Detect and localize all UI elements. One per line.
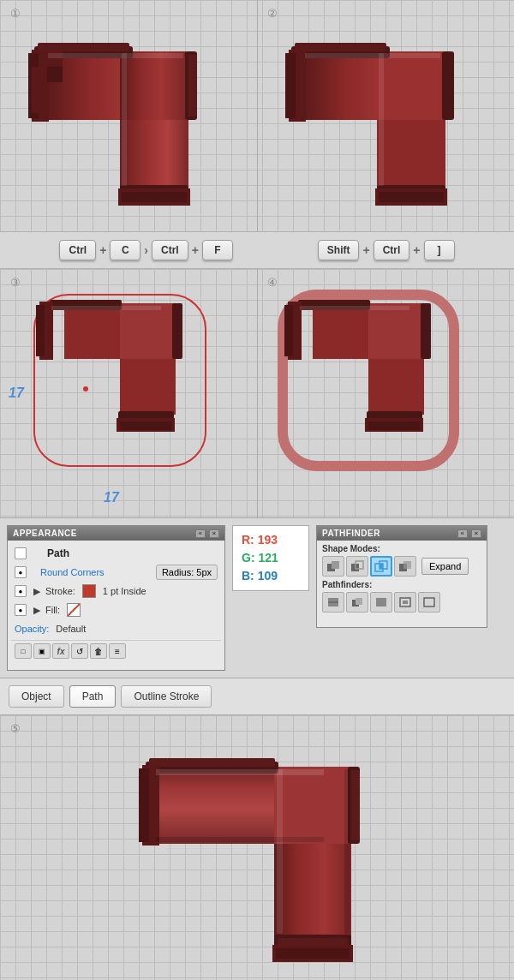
pipe-svg-3	[17, 278, 240, 505]
canvas-top: ① ②	[0, 0, 514, 231]
pipe-svg-5	[137, 732, 428, 972]
options-icon[interactable]: ≡	[109, 643, 126, 659]
stroke-label: Stroke:	[45, 586, 75, 596]
key-f[interactable]: F	[202, 240, 233, 260]
svg-rect-54	[368, 421, 420, 430]
rgb-r-value: R: 193	[242, 531, 300, 549]
svg-rect-69	[356, 598, 362, 605]
round-corners-visibility[interactable]: ●	[15, 566, 27, 578]
arrow-1: ›	[144, 243, 148, 257]
path-visibility-icon[interactable]	[15, 547, 27, 559]
fill-label: Fill:	[45, 605, 60, 615]
fill-visibility[interactable]: ●	[15, 604, 27, 616]
svg-rect-77	[274, 767, 351, 844]
pathfinders-label: Pathfinders:	[322, 580, 481, 589]
pf-outline-icon[interactable]	[418, 592, 440, 612]
clear-icon[interactable]: ↺	[71, 643, 88, 659]
shortcut-bar: Ctrl + C › Ctrl + F Shift + Ctrl + ]	[0, 231, 514, 269]
key-ctrl-3[interactable]: Ctrl	[374, 240, 410, 260]
svg-rect-36	[172, 303, 182, 359]
key-c[interactable]: C	[110, 240, 140, 260]
pf-merge-icon[interactable]	[370, 592, 392, 612]
outline-stroke-button[interactable]: Outline Stroke	[121, 685, 212, 708]
path-button[interactable]: Path	[69, 685, 117, 708]
path-row: Path	[11, 544, 221, 563]
shape-modes-label: Shape Modes:	[322, 544, 481, 553]
pf-minus-front-icon[interactable]	[346, 556, 368, 577]
pf-unite-icon[interactable]	[322, 556, 344, 577]
svg-rect-12	[122, 192, 187, 202]
appearance-panel: APPEARANCE « × Path ● Round Corners Radi…	[7, 525, 225, 671]
add-fill-icon[interactable]: ▣	[33, 643, 51, 659]
svg-rect-73	[403, 601, 408, 604]
svg-rect-22	[295, 43, 386, 51]
add-stroke-icon[interactable]: □	[15, 643, 32, 659]
appearance-toolbar: □ ▣ fx ↺ 🗑 ≡	[11, 640, 221, 661]
shape-modes-row: Expand	[322, 556, 481, 577]
pf-crop-icon[interactable]	[394, 592, 416, 612]
svg-rect-30	[379, 53, 384, 186]
pathfinder-close-btn[interactable]: ×	[471, 529, 481, 538]
svg-rect-57	[332, 561, 339, 569]
panels-row: APPEARANCE « × Path ● Round Corners Radi…	[0, 517, 514, 678]
svg-rect-34	[120, 303, 176, 359]
fx-icon[interactable]: fx	[52, 643, 69, 659]
pf-exclude-icon[interactable]	[394, 556, 416, 577]
svg-rect-15	[32, 67, 47, 113]
round-corners-row: ● Round Corners Radius: 5px	[11, 563, 221, 582]
pipe-svg-1	[0, 0, 248, 231]
object-button[interactable]: Object	[9, 685, 64, 708]
stroke-color-swatch[interactable]	[82, 584, 96, 598]
button-bar: Object Path Outline Stroke	[0, 678, 514, 715]
svg-rect-85	[139, 768, 149, 842]
plus-4: +	[413, 243, 420, 257]
svg-rect-41	[120, 421, 171, 430]
fill-row: ● ▶ Fill:	[11, 601, 221, 619]
svg-rect-65	[403, 564, 407, 569]
pipe-svg-2	[257, 0, 505, 231]
delete-icon[interactable]: 🗑	[90, 643, 107, 659]
appearance-title: APPEARANCE	[13, 529, 77, 538]
key-bracket[interactable]: ]	[424, 240, 455, 260]
rgb-b-value: B: 109	[242, 567, 300, 585]
pathfinder-controls: « ×	[457, 529, 481, 538]
round-corners-link[interactable]: Round Corners	[40, 567, 105, 577]
svg-rect-29	[305, 53, 440, 58]
canvas-bottom: ⑤	[0, 715, 514, 980]
appearance-content: Path ● Round Corners Radius: 5px ● ▶ Str…	[8, 541, 224, 665]
pathfinder-collapse-btn[interactable]: «	[457, 529, 468, 538]
svg-rect-55	[300, 306, 409, 310]
stroke-visibility[interactable]: ●	[15, 585, 27, 597]
rgb-g-value: G: 121	[242, 549, 300, 567]
svg-rect-49	[421, 303, 431, 359]
rgb-display: R: 193 G: 121 B: 109	[232, 525, 309, 591]
appearance-collapse-btn[interactable]: «	[195, 529, 206, 538]
svg-rect-23	[442, 51, 454, 120]
appearance-close-btn[interactable]: ×	[209, 529, 219, 538]
path-title: Path	[47, 547, 218, 559]
pf-trim-icon[interactable]	[346, 592, 368, 612]
svg-rect-70	[376, 598, 381, 607]
pf-intersect-icon[interactable]	[370, 556, 392, 577]
fill-icon-swatch[interactable]	[67, 603, 81, 617]
svg-rect-14	[47, 67, 63, 82]
expand-button[interactable]: Expand	[421, 558, 469, 575]
svg-rect-62	[380, 564, 383, 569]
pf-divide-icon[interactable]	[322, 592, 344, 612]
svg-rect-42	[51, 306, 161, 310]
key-ctrl-2[interactable]: Ctrl	[152, 240, 188, 260]
shortcut-group-right: Shift + Ctrl + ]	[318, 240, 455, 260]
plus-3: +	[362, 243, 369, 257]
key-ctrl-1[interactable]: Ctrl	[59, 240, 96, 260]
dim-label-17-bottom: 17	[104, 490, 119, 505]
svg-rect-52	[284, 305, 293, 356]
pathfinders-row	[322, 592, 481, 612]
opacity-row: Opacity: Default	[11, 619, 221, 638]
key-shift[interactable]: Shift	[318, 240, 360, 260]
opacity-link[interactable]: Opacity:	[15, 624, 49, 634]
middle-divider	[257, 269, 258, 517]
shortcut-group-left: Ctrl + C › Ctrl + F	[59, 240, 232, 260]
svg-rect-17	[122, 53, 127, 186]
svg-rect-28	[379, 192, 444, 202]
plus-2: +	[192, 243, 199, 257]
